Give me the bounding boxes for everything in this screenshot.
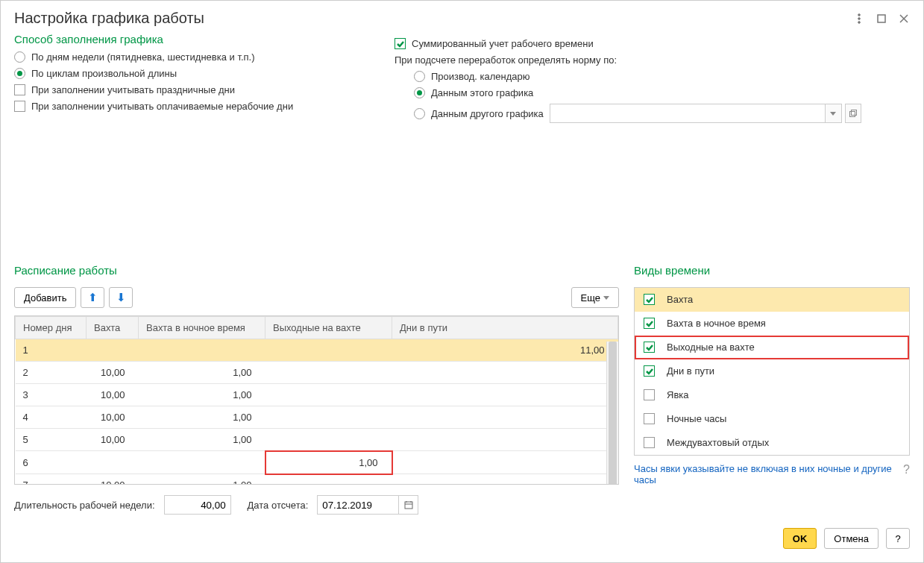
col-night[interactable]: Вахта в ночное время bbox=[139, 317, 265, 339]
table-row[interactable]: 510,001,00 bbox=[16, 429, 618, 451]
time-type-item[interactable]: Вахта в ночное время bbox=[635, 312, 909, 336]
table-cell[interactable]: 1,00 bbox=[139, 406, 265, 429]
time-type-item[interactable]: Ночные часы bbox=[635, 407, 909, 431]
table-row[interactable]: 61,00 bbox=[16, 451, 618, 474]
close-icon[interactable] bbox=[898, 13, 910, 25]
check-summarized-label: Суммированный учет рабочего времени bbox=[412, 38, 594, 49]
hint-text: Часы явки указывайте не включая в них но… bbox=[634, 463, 897, 485]
col-travel[interactable]: Дни в пути bbox=[392, 317, 618, 339]
checkbox-icon[interactable] bbox=[644, 437, 655, 448]
table-cell[interactable]: 2 bbox=[16, 362, 87, 384]
table-cell[interactable]: 10,00 bbox=[87, 474, 139, 485]
time-type-item[interactable]: Вахта bbox=[635, 288, 909, 312]
table-cell[interactable] bbox=[392, 384, 618, 406]
method-heading: Способ заполнения графика bbox=[14, 33, 372, 45]
table-cell[interactable] bbox=[265, 384, 392, 406]
check-holidays[interactable]: При заполнении учитывать праздничные дни bbox=[14, 84, 372, 95]
week-length-label: Длительность рабочей недели: bbox=[14, 500, 155, 511]
dropdown-button[interactable] bbox=[826, 104, 842, 123]
open-button[interactable] bbox=[845, 104, 861, 123]
table-cell[interactable] bbox=[139, 339, 265, 362]
table-cell[interactable]: 10,00 bbox=[87, 362, 139, 384]
table-cell[interactable]: 1 bbox=[16, 339, 87, 362]
hint-help-icon[interactable]: ? bbox=[903, 463, 910, 485]
start-date-input[interactable] bbox=[317, 495, 399, 515]
table-cell[interactable] bbox=[87, 339, 139, 362]
table-row[interactable]: 210,001,00 bbox=[16, 362, 618, 384]
check-paid-nonwork[interactable]: При заполнении учитывать оплачиваемые не… bbox=[14, 101, 372, 112]
table-cell[interactable] bbox=[265, 406, 392, 429]
ok-button[interactable]: OK bbox=[783, 528, 817, 549]
help-button[interactable]: ? bbox=[886, 528, 910, 549]
radio-icon bbox=[14, 51, 25, 63]
table-cell[interactable]: 1,00 bbox=[139, 474, 265, 485]
arrow-down-icon: ⬇ bbox=[116, 291, 126, 304]
table-cell[interactable]: 6 bbox=[16, 451, 87, 474]
week-length-input[interactable] bbox=[164, 495, 231, 515]
more-button[interactable]: Еще bbox=[571, 287, 619, 308]
checkbox-icon[interactable] bbox=[644, 342, 655, 353]
checkbox-icon[interactable] bbox=[644, 389, 655, 400]
table-cell[interactable]: 10,00 bbox=[87, 406, 139, 429]
move-down-button[interactable]: ⬇ bbox=[109, 287, 133, 308]
table-cell[interactable] bbox=[392, 451, 618, 474]
table-cell[interactable] bbox=[87, 451, 139, 474]
table-cell[interactable]: 11,00 bbox=[392, 339, 618, 362]
time-type-item[interactable]: Междувахтовый отдых bbox=[635, 431, 909, 455]
table-cell[interactable] bbox=[392, 429, 618, 451]
other-schedule-input[interactable] bbox=[550, 104, 826, 123]
table-cell[interactable] bbox=[392, 474, 618, 485]
calendar-button[interactable] bbox=[399, 495, 418, 515]
radio-norm-other-label: Данным другого графика bbox=[431, 108, 544, 119]
table-row[interactable]: 310,001,00 bbox=[16, 384, 618, 406]
cancel-button[interactable]: Отмена bbox=[824, 528, 879, 549]
table-cell[interactable]: 10,00 bbox=[87, 384, 139, 406]
move-up-button[interactable]: ⬆ bbox=[81, 287, 104, 308]
col-vakhta[interactable]: Вахта bbox=[87, 317, 139, 339]
table-cell[interactable]: 1,00 bbox=[139, 429, 265, 451]
table-cell[interactable] bbox=[265, 429, 392, 451]
checkbox-icon bbox=[14, 84, 25, 95]
table-cell[interactable]: 4 bbox=[16, 406, 87, 429]
radio-norm-calendar[interactable]: Производ. календарю bbox=[414, 71, 910, 82]
radio-by-cycles-label: По циклам произвольной длины bbox=[31, 68, 177, 79]
table-row[interactable]: 111,00 bbox=[16, 339, 618, 362]
table-row[interactable]: 410,001,00 bbox=[16, 406, 618, 429]
table-cell[interactable] bbox=[392, 406, 618, 429]
time-type-item[interactable]: Явка bbox=[635, 383, 909, 407]
table-cell[interactable]: 7 bbox=[16, 474, 87, 485]
table-cell[interactable] bbox=[265, 474, 392, 485]
checkbox-icon[interactable] bbox=[644, 318, 655, 329]
time-type-item[interactable]: Выходные на вахте bbox=[635, 336, 909, 359]
table-cell[interactable] bbox=[139, 451, 265, 474]
table-cell[interactable]: 1,00 bbox=[139, 362, 265, 384]
svg-point-2 bbox=[858, 21, 861, 23]
table-cell[interactable]: 1,00 bbox=[265, 451, 392, 474]
radio-by-cycles[interactable]: По циклам произвольной длины bbox=[14, 68, 372, 79]
maximize-icon[interactable] bbox=[876, 13, 887, 25]
table-cell[interactable]: 3 bbox=[16, 384, 87, 406]
checkbox-icon[interactable] bbox=[644, 294, 655, 305]
table-cell[interactable] bbox=[265, 362, 392, 384]
svg-rect-5 bbox=[851, 110, 856, 116]
norm-heading: При подсчете переработок определять норм… bbox=[395, 54, 910, 66]
col-weekend[interactable]: Выходные на вахте bbox=[265, 317, 392, 339]
radio-by-days[interactable]: По дням недели (пятидневка, шестидневка … bbox=[14, 51, 372, 63]
time-type-item[interactable]: Дни в пути bbox=[635, 359, 909, 383]
table-cell[interactable]: 1,00 bbox=[139, 384, 265, 406]
checkbox-icon[interactable] bbox=[644, 365, 655, 377]
radio-norm-other[interactable]: Данным другого графика bbox=[414, 108, 544, 119]
checkbox-icon[interactable] bbox=[644, 413, 655, 424]
table-cell[interactable]: 5 bbox=[16, 429, 87, 451]
table-cell[interactable]: 10,00 bbox=[87, 429, 139, 451]
more-icon[interactable] bbox=[853, 13, 865, 25]
add-button[interactable]: Добавить bbox=[14, 287, 76, 308]
radio-norm-this[interactable]: Данным этого графика bbox=[414, 87, 910, 98]
table-row[interactable]: 710,001,00 bbox=[16, 474, 618, 485]
col-id[interactable]: Номер дня bbox=[16, 317, 87, 339]
table-cell[interactable] bbox=[392, 362, 618, 384]
scrollbar[interactable] bbox=[606, 342, 618, 484]
table-cell[interactable] bbox=[265, 339, 392, 362]
check-summarized[interactable]: Суммированный учет рабочего времени bbox=[395, 38, 910, 49]
time-type-label: Междувахтовый отдых bbox=[667, 437, 769, 448]
